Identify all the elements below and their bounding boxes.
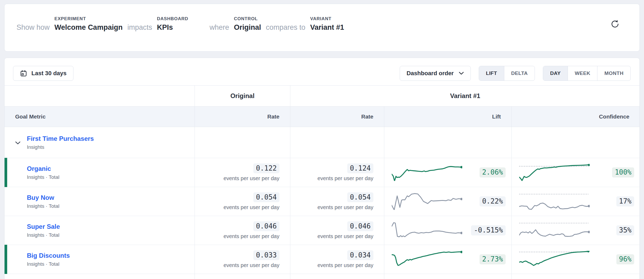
metric-name-block: First Time PurchasersInsights (27, 135, 94, 150)
empty-cell (384, 127, 512, 158)
goal-metric-cell[interactable]: OrganicInsights · Total (5, 158, 195, 187)
lift-cell: -0.515% (384, 216, 512, 245)
metric-link[interactable]: Organic (27, 165, 59, 172)
rate-unit: events per user per day (224, 233, 279, 239)
confidence-cell: 17% (512, 187, 640, 216)
date-range-button[interactable]: Last 30 days (13, 66, 73, 81)
lift-delta-toggle: LIFTDELTA (479, 66, 535, 81)
table-row[interactable]: Big DiscountsInsights · Total0.033events… (5, 245, 639, 274)
table-row[interactable]: First Time PurchasersInsights (5, 127, 639, 158)
confidence-value: 35% (616, 225, 634, 235)
control-rate-column-header: Rate (195, 107, 290, 127)
rate-value: 0.054 (253, 192, 279, 202)
collapse-chevron-icon[interactable] (15, 141, 20, 145)
control-value[interactable]: Original (234, 23, 261, 32)
control-selector[interactable]: CONTROL Original (234, 16, 261, 32)
rate-unit: events per user per day (224, 204, 279, 210)
experiment-selector[interactable]: EXPERIMENT Welcome Campaign (55, 16, 123, 32)
lift-value: 0.22% (480, 196, 506, 206)
table-body: First Time PurchasersInsightsOrganicInsi… (5, 127, 639, 279)
experiment-sentence: Show how EXPERIMENT Welcome Campaign imp… (5, 4, 639, 32)
empty-cell (5, 274, 195, 279)
toggle-option-week[interactable]: WEEK (568, 66, 597, 81)
confidence-sparkline (519, 193, 590, 210)
rate-cell: 0.034events per user per day (290, 245, 384, 274)
empty-cell (195, 127, 290, 158)
accent-bar (5, 245, 7, 274)
table-row[interactable]: OrganicInsights · Total0.122events per u… (5, 158, 639, 187)
dashboard-order-button[interactable]: Dashboard order (400, 66, 471, 81)
results-table: Original Variant #1 Goal Metric Rate Rat… (5, 85, 639, 279)
lift-cell: 2.73% (384, 245, 512, 274)
chevron-down-icon (459, 72, 464, 75)
goal-metric-cell[interactable]: Buy NowInsights · Total (5, 187, 195, 216)
rate-cell: 0.033events per user per day (195, 245, 290, 274)
sentence-where: where (209, 23, 229, 32)
toggle-option-day[interactable]: DAY (543, 66, 568, 81)
metric-subtitle: Insights (27, 144, 94, 150)
empty-cell (290, 127, 384, 158)
table-row[interactable]: Buy NowInsights · Total0.054events per u… (5, 187, 639, 216)
toolbar-right: Dashboard order LIFTDELTA DAYWEEKMONTH (400, 66, 631, 81)
rate-unit: events per user per day (317, 262, 373, 268)
dashboard-selector[interactable]: DASHBOARD KPIs (157, 16, 188, 32)
goal-metric-cell[interactable]: Big DiscountsInsights · Total (5, 245, 195, 274)
lift-value: -0.515% (471, 225, 506, 235)
refresh-button[interactable] (609, 18, 621, 30)
table-group-header-row: Original Variant #1 (5, 85, 639, 107)
variant-group-header: Variant #1 (290, 86, 640, 106)
metric-name-block: OrganicInsights · Total (27, 165, 59, 180)
confidence-value: 17% (616, 196, 634, 206)
confidence-column-header: Confidence (512, 107, 640, 127)
goal-metric-cell[interactable]: First Time PurchasersInsights (5, 127, 195, 158)
table-row-partial (5, 274, 639, 279)
lift-cell: 0.22% (384, 187, 512, 216)
lift-value: 2.73% (480, 254, 506, 264)
confidence-value: 100% (612, 167, 634, 177)
experiment-value[interactable]: Welcome Campaign (55, 23, 123, 32)
metric-link[interactable]: First Time Purchasers (27, 135, 94, 142)
experiment-label: EXPERIMENT (55, 16, 86, 22)
lift-sparkline (392, 222, 462, 239)
calendar-icon (20, 70, 27, 77)
rate-cell: 0.046events per user per day (195, 216, 290, 245)
toggle-option-delta[interactable]: DELTA (504, 66, 535, 81)
accent-bar (5, 158, 7, 187)
variant-value[interactable]: Variant #1 (310, 23, 344, 32)
confidence-sparkline (519, 164, 590, 181)
date-range-label: Last 30 days (31, 70, 67, 77)
confidence-cell: 100% (512, 158, 640, 187)
goal-metric-cell[interactable]: Super SaleInsights · Total (5, 216, 195, 245)
rate-unit: events per user per day (224, 262, 279, 268)
rate-cell: 0.046events per user per day (290, 216, 384, 245)
rate-value: 0.054 (347, 192, 373, 202)
table-row[interactable]: Super SaleInsights · Total0.046events pe… (5, 216, 639, 245)
rate-cell: 0.054events per user per day (290, 187, 384, 216)
empty-cell (195, 274, 290, 279)
metric-link[interactable]: Buy Now (27, 194, 59, 201)
results-card: Last 30 days Dashboard order LIFTDELTA D… (4, 58, 640, 279)
metric-link[interactable]: Big Discounts (27, 252, 70, 259)
lift-cell: 2.06% (384, 158, 512, 187)
metric-subtitle: Insights · Total (27, 203, 59, 209)
rate-value: 0.046 (347, 221, 373, 231)
granularity-toggle: DAYWEEKMONTH (543, 66, 631, 81)
metric-name-block: Buy NowInsights · Total (27, 194, 59, 209)
control-label: CONTROL (234, 16, 258, 22)
toolbar: Last 30 days Dashboard order LIFTDELTA D… (5, 58, 639, 81)
dashboard-value[interactable]: KPIs (157, 23, 173, 32)
confidence-sparkline (519, 251, 590, 268)
metric-subtitle: Insights · Total (27, 261, 70, 267)
toggle-option-lift[interactable]: LIFT (479, 66, 504, 81)
toggle-option-month[interactable]: MONTH (597, 66, 630, 81)
lift-value: 2.06% (480, 167, 506, 177)
control-group-header: Original (195, 86, 290, 106)
rate-unit: events per user per day (317, 204, 373, 210)
variant-selector[interactable]: VARIANT Variant #1 (310, 16, 344, 32)
rate-value: 0.122 (253, 163, 279, 173)
variant-rate-column-header: Rate (290, 107, 384, 127)
empty-cell (290, 274, 384, 279)
rate-cell: 0.122events per user per day (195, 158, 290, 187)
metric-link[interactable]: Super Sale (27, 223, 60, 230)
confidence-value: 96% (616, 254, 634, 264)
